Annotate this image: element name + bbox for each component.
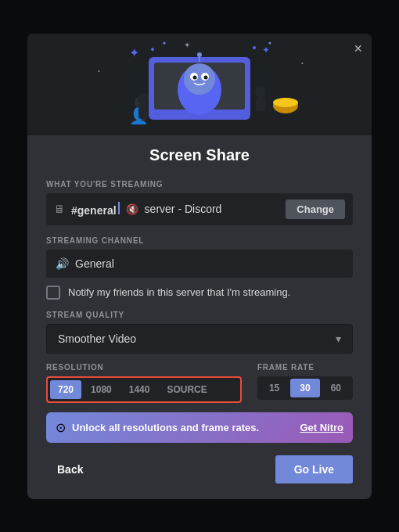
svg-text:✦: ✦ [129, 46, 139, 59]
notify-row: Notify my friends in this server that I'… [46, 286, 353, 300]
svg-rect-28 [313, 102, 321, 114]
framerate-60[interactable]: 60 [322, 379, 350, 397]
resolution-group: 720 1080 1440 SOURCE [46, 376, 242, 403]
chevron-down-icon: ▾ [336, 332, 341, 345]
svg-point-29 [151, 48, 154, 51]
streaming-channel-box: 🔊 General [46, 250, 353, 278]
modal-illustration: ✦ ✦ ✦ • • [27, 34, 372, 135]
back-button[interactable]: Back [46, 457, 94, 482]
server-name: server - Discord [145, 203, 280, 215]
svg-point-19 [138, 93, 149, 104]
muted-icon: 🔇 [126, 203, 138, 215]
svg-point-12 [193, 75, 197, 79]
screen-share-modal: ✦ ✦ ✦ • • [27, 34, 372, 499]
screen-icon: 🖥 [54, 203, 65, 215]
svg-text:✦: ✦ [184, 41, 190, 49]
resolution-label: RESOLUTION [46, 363, 242, 372]
channel-name: #general [71, 202, 120, 217]
svg-point-30 [253, 46, 256, 49]
get-nitro-link[interactable]: Get Nitro [300, 422, 343, 433]
svg-point-32 [269, 41, 271, 44]
svg-point-21 [255, 87, 266, 98]
speaker-icon: 🔊 [56, 257, 69, 270]
notify-text: Notify my friends in this server that I'… [68, 286, 290, 298]
svg-rect-20 [138, 103, 148, 119]
go-live-button[interactable]: Go Live [275, 455, 353, 483]
framerate-label: FRAME RATE [257, 363, 353, 372]
svg-point-25 [109, 98, 118, 107]
modal-body: WHAT YOU'RE STREAMING 🖥 #general 🔇 serve… [27, 180, 372, 443]
framerate-30[interactable]: 30 [290, 379, 319, 397]
streaming-channel-label: STREAMING CHANNEL [46, 236, 353, 245]
resolution-720[interactable]: 720 [50, 380, 81, 399]
streaming-channel-name: General [75, 257, 114, 270]
close-button[interactable]: × [354, 41, 362, 56]
modal-overlay: ✦ ✦ ✦ • • [0, 0, 399, 532]
nitro-text: Unlock all resolutions and frame rates. [72, 422, 293, 433]
svg-point-9 [184, 63, 215, 95]
svg-point-31 [164, 41, 166, 44]
stream-quality-label: STREAM QUALITY [46, 311, 353, 319]
resolution-1080[interactable]: 1080 [83, 380, 120, 399]
svg-text:•: • [98, 67, 100, 74]
quality-options-row: RESOLUTION 720 1080 1440 SOURCE FRAME RA… [46, 363, 353, 403]
text-cursor [118, 202, 120, 214]
notify-checkbox[interactable] [46, 286, 60, 300]
streaming-section-label: WHAT YOU'RE STREAMING [46, 180, 353, 189]
stream-source-row: 🖥 #general 🔇 server - Discord Change [46, 193, 353, 225]
svg-text:•: • [301, 59, 304, 66]
quality-selected: Smoother Video [58, 332, 136, 345]
modal-title: Screen Share [27, 135, 372, 169]
svg-point-13 [204, 75, 208, 79]
modal-footer: Back Go Live [27, 443, 372, 483]
resolution-col: RESOLUTION 720 1080 1440 SOURCE [46, 363, 242, 403]
nitro-banner: ⊙ Unlock all resolutions and frame rates… [46, 412, 353, 443]
svg-rect-22 [256, 97, 265, 111]
framerate-group: 15 30 60 [257, 376, 353, 400]
framerate-15[interactable]: 15 [260, 379, 289, 397]
resolution-source[interactable]: SOURCE [159, 380, 214, 399]
nitro-icon: ⊙ [56, 420, 66, 435]
svg-text:✦: ✦ [262, 45, 270, 56]
svg-point-27 [312, 93, 322, 102]
resolution-1440[interactable]: 1440 [121, 380, 158, 399]
quality-dropdown[interactable]: Smoother Video ▾ [46, 324, 353, 354]
svg-point-15 [197, 52, 202, 57]
framerate-col: FRAME RATE 15 30 60 [257, 363, 353, 403]
change-button[interactable]: Change [286, 200, 345, 219]
svg-rect-26 [110, 106, 117, 119]
svg-point-24 [273, 98, 298, 107]
